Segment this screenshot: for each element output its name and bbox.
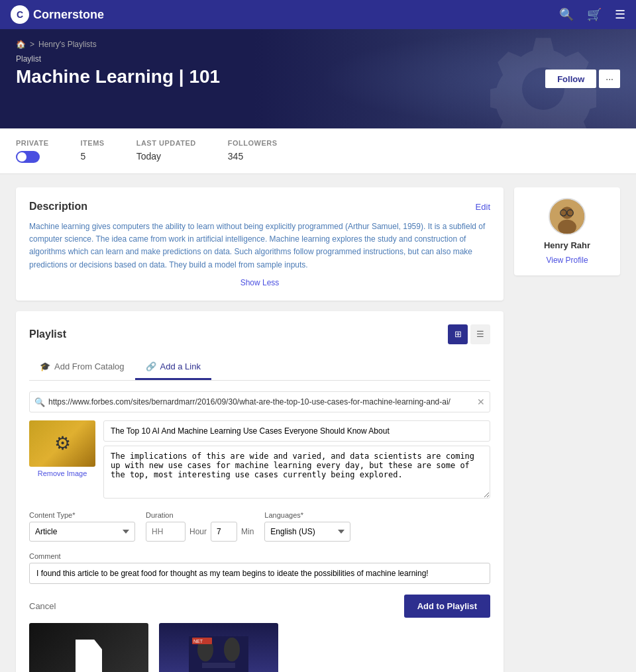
grid-view-button[interactable]: ⊞ (448, 324, 468, 344)
items-label: ITEMS (81, 139, 105, 147)
tab-catalog-label: Add From Catalog (54, 361, 125, 371)
description-title: Description (29, 201, 87, 213)
cart-icon[interactable]: 🛒 (587, 7, 602, 22)
svg-point-8 (558, 220, 576, 234)
url-clear-icon[interactable]: ✕ (477, 397, 485, 407)
stat-private: PRIVATE (16, 139, 49, 163)
url-input-wrap: 🔍 ✕ (29, 391, 490, 412)
url-input[interactable] (29, 391, 490, 412)
follow-button[interactable]: Follow (545, 70, 596, 88)
items-value: 5 (81, 151, 105, 162)
languages-select[interactable]: English (US) English (UK) Spanish (264, 522, 350, 542)
stage-svg: NET (189, 636, 248, 672)
svg-rect-3 (202, 663, 235, 668)
svg-text:NET: NET (193, 639, 203, 644)
right-panel: Henry Rahr View Profile (514, 187, 620, 672)
link-title-input[interactable] (103, 420, 490, 442)
content-type-group: Content Type* Article Video Document (29, 511, 135, 542)
comment-label: Comment (29, 552, 490, 560)
add-to-playlist-button[interactable]: Add to Playlist (404, 595, 490, 618)
comment-section: Comment (29, 552, 490, 584)
languages-label: Languages* (264, 511, 350, 519)
main-content: Description Edit Machine learning gives … (0, 174, 636, 672)
nav-icons: 🔍 🛒 ☰ (559, 7, 625, 22)
add-content-tabs: 🎓 Add From Catalog 🔗 Add a Link (29, 355, 490, 381)
item-thumbnail (29, 623, 148, 672)
breadcrumb-parent[interactable]: Henry's Playlists (38, 40, 97, 49)
stats-bar: PRIVATE ITEMS 5 LAST UPDATED Today FOLLO… (0, 128, 636, 174)
avatar-svg (550, 198, 584, 235)
playlist-header: Playlist ⊞ ☰ (29, 324, 490, 344)
duration-hour-label: Hour (189, 527, 207, 536)
show-less-link[interactable]: Show Less (29, 278, 490, 287)
last-updated-value: Today (136, 151, 196, 162)
description-header: Description Edit (29, 201, 490, 213)
duration-label: Duration (146, 511, 254, 519)
stat-last-updated: LAST UPDATED Today (136, 139, 196, 163)
navbar: C Cornerstone 🔍 🛒 ☰ (0, 0, 636, 29)
link-description-textarea[interactable] (103, 446, 490, 499)
hero-follow-area: Follow ··· (545, 70, 620, 88)
link-fields (103, 420, 490, 501)
thumbnail-gear-icon: ⚙ (54, 432, 71, 454)
list-item: NET Video | External Content (159, 623, 278, 672)
private-label: PRIVATE (16, 139, 49, 147)
avatar (549, 198, 586, 235)
profile-card: Henry Rahr View Profile (514, 187, 620, 275)
duration-group: Duration Hour Min (146, 511, 254, 542)
catalog-icon: 🎓 (40, 361, 50, 371)
duration-min-input[interactable] (211, 522, 237, 542)
svg-point-2 (224, 638, 240, 661)
cancel-button[interactable]: Cancel (29, 601, 56, 611)
content-type-row: Content Type* Article Video Document Dur… (29, 511, 490, 542)
playlist-items-grid: Article | External Content Chapter 0 : W… (29, 623, 490, 672)
stat-items: ITEMS 5 (81, 139, 105, 163)
tab-from-catalog[interactable]: 🎓 Add From Catalog (29, 355, 135, 380)
duration-row: Hour Min (146, 522, 254, 542)
logo: C (11, 5, 29, 24)
remove-image-link[interactable]: Remove Image (29, 469, 95, 477)
url-search-icon: 🔍 (34, 397, 45, 407)
profile-name: Henry Rahr (544, 240, 590, 250)
duration-hh-input[interactable] (146, 522, 186, 542)
last-updated-label: LAST UPDATED (136, 139, 196, 147)
view-toggles: ⊞ ☰ (448, 324, 490, 344)
item-thumb-shape (76, 640, 102, 672)
tab-add-link[interactable]: 🔗 Add a Link (135, 355, 211, 380)
stat-followers: FOLLOWERS 345 (228, 139, 278, 163)
list-item: Article | External Content Chapter 0 : W… (29, 623, 148, 672)
languages-group: Languages* English (US) English (UK) Spa… (264, 511, 350, 542)
link-icon: 🔗 (146, 361, 156, 371)
breadcrumb-sep: > (30, 40, 34, 49)
thumbnail-area: ⚙ Remove Image (29, 420, 95, 477)
home-icon[interactable]: 🏠 (16, 40, 26, 49)
brand-name: Cornerstone (33, 8, 104, 22)
content-type-label: Content Type* (29, 511, 135, 519)
menu-icon[interactable]: ☰ (615, 7, 625, 22)
followers-value: 345 (228, 151, 278, 162)
followers-label: FOLLOWERS (228, 139, 278, 147)
edit-link[interactable]: Edit (476, 202, 490, 212)
link-preview: ⚙ Remove Image (29, 420, 490, 501)
description-text: Machine learning gives computers the abi… (29, 220, 490, 271)
search-icon[interactable]: 🔍 (559, 7, 574, 22)
playlist-card: Playlist ⊞ ☰ 🎓 Add From Catalog 🔗 Add a … (16, 311, 504, 672)
list-view-button[interactable]: ☰ (470, 324, 490, 344)
comment-input[interactable] (29, 563, 490, 584)
link-thumbnail: ⚙ (29, 420, 95, 467)
playlist-card-title: Playlist (29, 328, 66, 340)
item-thumbnail-2: NET (159, 623, 278, 672)
view-profile-link[interactable]: View Profile (546, 256, 588, 265)
brand[interactable]: C Cornerstone (11, 5, 104, 24)
tab-link-label: Add a Link (160, 361, 201, 371)
hero-section: 🏠 > Henry's Playlists Playlist Machine L… (0, 29, 636, 128)
action-row: Cancel Add to Playlist (29, 595, 490, 618)
description-card: Description Edit Machine learning gives … (16, 187, 504, 301)
content-type-select[interactable]: Article Video Document (29, 522, 135, 542)
left-panel: Description Edit Machine learning gives … (16, 187, 504, 672)
duration-min-label: Min (241, 527, 254, 536)
more-button[interactable]: ··· (599, 70, 620, 88)
private-toggle[interactable] (16, 151, 40, 163)
